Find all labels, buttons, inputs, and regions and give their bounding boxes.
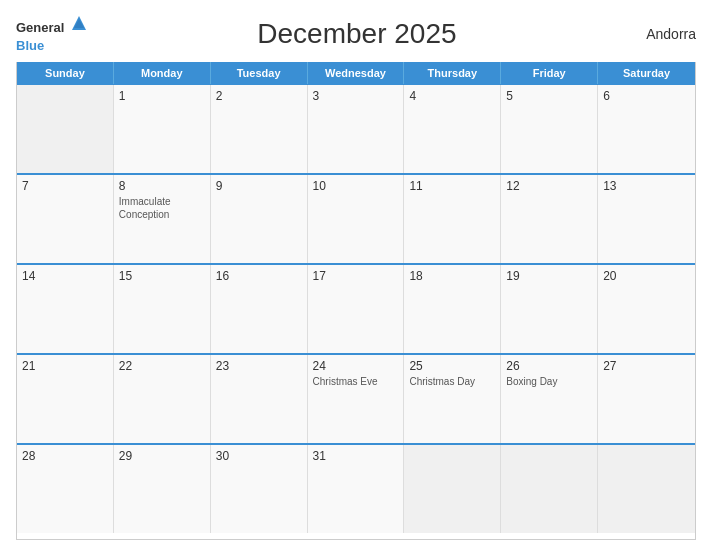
day-cell: 16 <box>211 265 308 353</box>
logo-blue-text: Blue <box>16 38 44 53</box>
day-number: 11 <box>409 179 495 193</box>
country-label: Andorra <box>626 26 696 42</box>
day-cell: 26Boxing Day <box>501 355 598 443</box>
day-number: 21 <box>22 359 108 373</box>
week-row-4: 21222324Christmas Eve25Christmas Day26Bo… <box>17 353 695 443</box>
day-number: 24 <box>313 359 399 373</box>
day-event: Christmas Eve <box>313 375 399 388</box>
day-cell <box>598 445 695 533</box>
day-number: 20 <box>603 269 690 283</box>
day-cell: 29 <box>114 445 211 533</box>
day-number: 5 <box>506 89 592 103</box>
day-cell: 7 <box>17 175 114 263</box>
day-cell: 2 <box>211 85 308 173</box>
logo-general-text: General <box>16 20 64 35</box>
day-cell: 10 <box>308 175 405 263</box>
week-row-2: 78Immaculate Conception910111213 <box>17 173 695 263</box>
day-number: 1 <box>119 89 205 103</box>
day-cell: 22 <box>114 355 211 443</box>
day-number: 16 <box>216 269 302 283</box>
day-cell: 27 <box>598 355 695 443</box>
week-row-1: 123456 <box>17 84 695 173</box>
day-number: 7 <box>22 179 108 193</box>
day-number: 9 <box>216 179 302 193</box>
day-number: 27 <box>603 359 690 373</box>
day-number: 2 <box>216 89 302 103</box>
day-cell: 14 <box>17 265 114 353</box>
day-cell: 17 <box>308 265 405 353</box>
day-number: 13 <box>603 179 690 193</box>
week-row-3: 14151617181920 <box>17 263 695 353</box>
day-header-wednesday: Wednesday <box>308 62 405 84</box>
day-cell: 18 <box>404 265 501 353</box>
day-number: 30 <box>216 449 302 463</box>
calendar: SundayMondayTuesdayWednesdayThursdayFrid… <box>16 62 696 540</box>
day-number: 29 <box>119 449 205 463</box>
day-cell: 8Immaculate Conception <box>114 175 211 263</box>
day-number: 14 <box>22 269 108 283</box>
day-number: 12 <box>506 179 592 193</box>
day-number: 22 <box>119 359 205 373</box>
day-number: 28 <box>22 449 108 463</box>
day-header-friday: Friday <box>501 62 598 84</box>
day-number: 25 <box>409 359 495 373</box>
day-header-monday: Monday <box>114 62 211 84</box>
day-cell <box>404 445 501 533</box>
day-cell: 3 <box>308 85 405 173</box>
day-number: 15 <box>119 269 205 283</box>
day-cell: 13 <box>598 175 695 263</box>
day-cell <box>501 445 598 533</box>
weeks: 12345678Immaculate Conception91011121314… <box>17 84 695 533</box>
day-header-saturday: Saturday <box>598 62 695 84</box>
calendar-title: December 2025 <box>88 18 626 50</box>
logo: General Blue <box>16 14 88 54</box>
day-number: 17 <box>313 269 399 283</box>
day-number: 6 <box>603 89 690 103</box>
day-cell: 9 <box>211 175 308 263</box>
day-cell: 1 <box>114 85 211 173</box>
day-cell: 24Christmas Eve <box>308 355 405 443</box>
day-cell: 11 <box>404 175 501 263</box>
day-number: 31 <box>313 449 399 463</box>
day-cell: 19 <box>501 265 598 353</box>
day-number: 23 <box>216 359 302 373</box>
day-number: 19 <box>506 269 592 283</box>
day-number: 4 <box>409 89 495 103</box>
week-row-5: 28293031 <box>17 443 695 533</box>
day-number: 3 <box>313 89 399 103</box>
day-cell <box>17 85 114 173</box>
logo-icon <box>70 14 88 32</box>
day-header-tuesday: Tuesday <box>211 62 308 84</box>
day-headers: SundayMondayTuesdayWednesdayThursdayFrid… <box>17 62 695 84</box>
day-cell: 20 <box>598 265 695 353</box>
day-event: Immaculate Conception <box>119 195 205 221</box>
header: General Blue December 2025 Andorra <box>16 14 696 54</box>
day-cell: 31 <box>308 445 405 533</box>
day-header-thursday: Thursday <box>404 62 501 84</box>
day-number: 10 <box>313 179 399 193</box>
day-cell: 21 <box>17 355 114 443</box>
day-cell: 4 <box>404 85 501 173</box>
day-event: Christmas Day <box>409 375 495 388</box>
day-cell: 15 <box>114 265 211 353</box>
day-number: 26 <box>506 359 592 373</box>
day-cell: 5 <box>501 85 598 173</box>
day-number: 18 <box>409 269 495 283</box>
day-cell: 25Christmas Day <box>404 355 501 443</box>
day-number: 8 <box>119 179 205 193</box>
page: General Blue December 2025 Andorra Sunda… <box>0 0 712 550</box>
day-event: Boxing Day <box>506 375 592 388</box>
day-cell: 30 <box>211 445 308 533</box>
day-header-sunday: Sunday <box>17 62 114 84</box>
day-cell: 6 <box>598 85 695 173</box>
day-cell: 23 <box>211 355 308 443</box>
day-cell: 28 <box>17 445 114 533</box>
day-cell: 12 <box>501 175 598 263</box>
